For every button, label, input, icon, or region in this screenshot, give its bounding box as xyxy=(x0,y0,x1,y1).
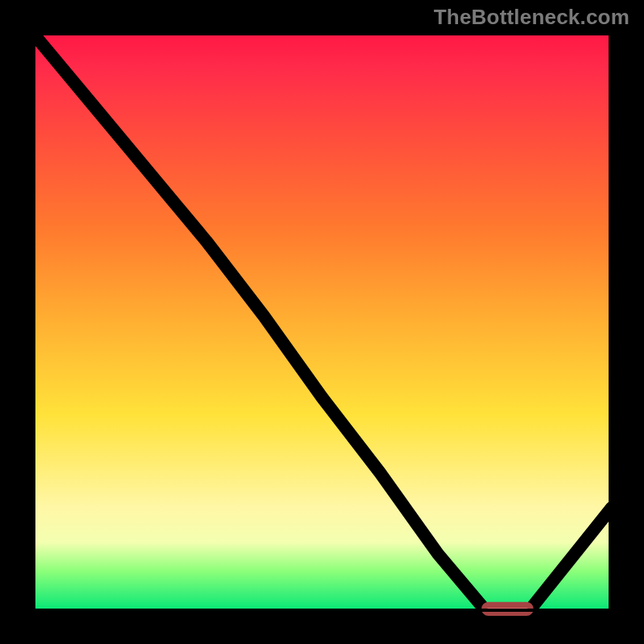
chart-stage: TheBottleneck.com xyxy=(0,0,644,644)
curve-layer xyxy=(32,32,612,612)
optimal-band-marker xyxy=(485,605,531,613)
bottleneck-curve xyxy=(32,32,612,609)
plot-area xyxy=(32,32,612,612)
watermark-text: TheBottleneck.com xyxy=(434,5,630,30)
